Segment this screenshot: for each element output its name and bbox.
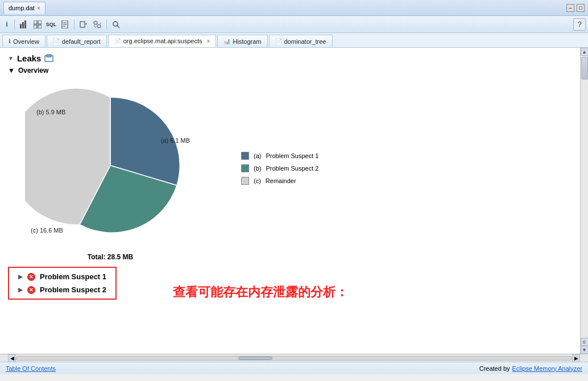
hscroll-right-arrow[interactable]: ▶ — [572, 354, 580, 362]
vertical-scrollbar[interactable]: ▲ ≡ ▼ — [580, 48, 588, 354]
suspect-1-label[interactable]: Problem Suspect 1 — [40, 272, 106, 281]
content-area: ▼ Leaks ▼ Overview — [0, 48, 580, 354]
suspects-area: ▶ ✕ Problem Suspect 1 ▶ ✕ Problem Suspec… — [8, 267, 572, 300]
legend-item-c: (c) Remainder — [241, 177, 318, 185]
svg-rect-5 — [34, 25, 37, 28]
pie-chart-svg — [25, 80, 196, 251]
suspect-2-label[interactable]: Problem Suspect 2 — [40, 285, 106, 294]
grid-button[interactable] — [31, 18, 44, 31]
tab-suspects-label: org.eclipse.mat.api:suspects — [123, 38, 202, 44]
bar-chart-button[interactable] — [18, 18, 30, 31]
tab-overview-label: Overview — [13, 38, 39, 45]
sql-button[interactable]: SQL — [45, 18, 57, 31]
horizontal-scrollbar[interactable]: ◀ ▶ — [0, 354, 588, 362]
leaks-icon — [44, 54, 53, 63]
tab-default-report[interactable]: 📄 default_report — [47, 35, 107, 47]
legend-label-b: Problem Suspect 2 — [266, 165, 318, 172]
label-b: (b) 5.9 MB — [36, 109, 65, 115]
svg-point-13 — [94, 21, 97, 24]
svg-rect-0 — [20, 24, 22, 28]
legend-item-a: (a) Problem Suspect 1 — [241, 152, 318, 160]
svg-marker-12 — [85, 23, 87, 25]
histogram-icon: 📊 — [223, 38, 230, 44]
default-report-icon: 📄 — [53, 38, 60, 44]
toolbar-separator-3 — [106, 19, 107, 30]
help-button[interactable]: ? — [573, 18, 586, 31]
search-button[interactable] — [110, 18, 122, 31]
hscrollbar-track — [16, 356, 572, 361]
overview-icon: ℹ — [9, 38, 11, 44]
tab-suspects[interactable]: 📄 org.eclipse.mat.api:suspects × — [108, 35, 217, 47]
dominator-tree-icon: 📄 — [275, 38, 282, 44]
bottom-right: Created by Eclipse Memory Analyzer — [479, 365, 582, 372]
title-bar: dump.dat × – □ — [0, 0, 588, 16]
svg-rect-4 — [38, 20, 42, 24]
toolbar: i SQL ? — [0, 16, 588, 33]
label-a: (a) 6.1 MB — [161, 137, 190, 144]
toolbar-separator-2 — [74, 19, 74, 30]
legend-label-a: Problem Suspect 1 — [266, 152, 318, 159]
tab-histogram[interactable]: 📊 Histogram — [217, 35, 267, 47]
legend-color-b — [241, 164, 249, 172]
svg-point-17 — [113, 22, 118, 26]
suspects-icon: 📄 — [114, 38, 121, 44]
leaks-title: Leaks — [17, 53, 42, 63]
scroll-down-arrow[interactable]: ▼ — [581, 346, 589, 354]
suspect-2-error-icon: ✕ — [27, 286, 35, 294]
minimize-button[interactable]: – — [566, 4, 574, 12]
restore-button[interactable]: □ — [577, 4, 585, 12]
tab-histogram-label: Histogram — [233, 38, 261, 45]
title-tab-label: dump.dat — [9, 5, 35, 11]
suspect-box: ▶ ✕ Problem Suspect 1 ▶ ✕ Problem Suspec… — [8, 267, 117, 300]
svg-rect-2 — [24, 20, 26, 28]
dropdown-button[interactable] — [77, 18, 90, 31]
scroll-options-icon[interactable]: ≡ — [581, 338, 589, 346]
suspect-item-2: ▶ ✕ Problem Suspect 2 — [18, 285, 106, 294]
overview-section-header: ▼ Overview — [8, 67, 572, 74]
scroll-thumb[interactable] — [581, 57, 588, 80]
tab-overview[interactable]: ℹ Overview — [2, 35, 45, 47]
legend-key-b: (b) — [254, 165, 261, 172]
tab-default-report-label: default_report — [62, 38, 101, 45]
svg-point-14 — [97, 24, 101, 28]
scroll-up-arrow[interactable]: ▲ — [581, 48, 589, 56]
overview-label: Overview — [18, 67, 48, 74]
analyzer-link[interactable]: Eclipse Memory Analyzer — [512, 365, 583, 372]
info-icon: i — [2, 20, 11, 28]
chart-total: Total: 28.5 MB — [25, 253, 196, 261]
chart-legend: (a) Problem Suspect 1 (b) Problem Suspec… — [241, 152, 318, 189]
legend-color-a — [241, 152, 249, 160]
legend-key-a: (a) — [254, 152, 261, 159]
toolbar-separator-1 — [14, 19, 15, 30]
svg-line-15 — [94, 26, 96, 28]
svg-rect-3 — [34, 20, 37, 24]
suspect-2-expand-icon[interactable]: ▶ — [18, 287, 23, 293]
main-content: ▼ Leaks ▼ Overview — [0, 48, 588, 354]
svg-rect-6 — [38, 25, 42, 28]
pie-chart: (b) 5.9 MB (a) 6.1 MB (c) 16.6 MB — [25, 80, 196, 251]
tab-dominator-tree[interactable]: 📄 dominator_tree — [269, 35, 333, 47]
annotation-text: 查看可能存在内存泄露的分析： — [173, 284, 348, 301]
tab-bar: ℹ Overview 📄 default_report 📄 org.eclips… — [0, 33, 588, 48]
report-button[interactable] — [59, 18, 71, 31]
title-tab[interactable]: dump.dat × — [3, 2, 45, 14]
toc-link[interactable]: Table Of Contents — [6, 365, 56, 372]
created-by-label: Created by — [479, 365, 510, 372]
title-close-icon[interactable]: × — [37, 5, 40, 11]
svg-rect-1 — [22, 22, 24, 28]
suspect-1-expand-icon[interactable]: ▶ — [18, 274, 23, 280]
suspect-item-1: ▶ ✕ Problem Suspect 1 — [18, 272, 106, 281]
leaks-section-header: ▼ Leaks — [8, 53, 572, 63]
suspect-1-error-icon: ✕ — [27, 273, 35, 281]
overview-triangle-icon[interactable]: ▼ — [8, 67, 15, 74]
suspects-close-icon[interactable]: × — [207, 38, 210, 44]
dropdown2-button[interactable] — [91, 18, 103, 31]
leaks-triangle-icon[interactable]: ▼ — [8, 55, 14, 61]
svg-rect-11 — [80, 22, 85, 27]
tab-dominator-tree-label: dominator_tree — [284, 38, 326, 45]
legend-key-c: (c) — [254, 177, 261, 184]
hscroll-left-arrow[interactable]: ◀ — [8, 354, 16, 362]
hscrollbar-thumb[interactable] — [238, 357, 272, 360]
legend-color-c — [241, 177, 249, 185]
svg-line-18 — [117, 26, 119, 28]
